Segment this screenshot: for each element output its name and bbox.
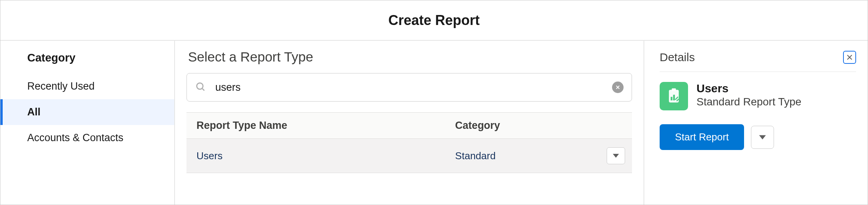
report-type-table: Report Type Name Category Users Standard <box>186 112 632 173</box>
row-actions-button[interactable] <box>607 147 625 164</box>
selected-report-text: Users Standard Report Type <box>696 82 801 108</box>
selected-report-type: Users Standard Report Type <box>660 82 856 110</box>
clear-search-icon[interactable] <box>612 82 624 93</box>
sidebar-heading: Category <box>0 52 174 73</box>
report-type-icon <box>660 82 688 110</box>
cell-report-type-name: Users <box>186 139 445 173</box>
caret-down-icon <box>758 134 767 140</box>
selected-report-name: Users <box>696 82 801 95</box>
svg-rect-10 <box>673 95 675 100</box>
search-input[interactable] <box>186 73 632 102</box>
close-details-button[interactable] <box>843 51 856 64</box>
sidebar-item-accounts-contacts[interactable]: Accounts & Contacts <box>0 125 174 151</box>
cell-category: Standard <box>445 139 597 173</box>
modal-body: Category Recently Used All Accounts & Co… <box>0 41 868 205</box>
col-category[interactable]: Category <box>445 113 597 139</box>
svg-marker-11 <box>759 135 766 139</box>
details-title: Details <box>660 51 695 64</box>
table-row[interactable]: Users Standard <box>186 139 632 173</box>
start-report-button[interactable]: Start Report <box>660 124 744 150</box>
svg-line-1 <box>202 88 204 90</box>
svg-rect-8 <box>672 88 676 91</box>
details-actions: Start Report <box>660 124 856 150</box>
search-container <box>186 73 632 102</box>
report-type-panel: Select a Report Type <box>175 41 644 205</box>
category-sidebar: Category Recently Used All Accounts & Co… <box>0 41 175 205</box>
details-header: Details <box>660 51 856 72</box>
cell-actions <box>597 139 632 173</box>
selected-report-subtitle: Standard Report Type <box>696 96 801 108</box>
modal-title: Create Report <box>388 12 480 28</box>
svg-marker-4 <box>613 154 619 158</box>
svg-point-0 <box>197 83 203 89</box>
search-icon <box>195 81 206 93</box>
panel-title: Select a Report Type <box>186 49 632 65</box>
modal-header: Create Report <box>0 0 868 41</box>
col-report-type-name[interactable]: Report Type Name <box>186 113 445 139</box>
caret-down-icon <box>612 153 620 158</box>
svg-rect-9 <box>671 97 673 100</box>
col-actions <box>597 113 632 139</box>
create-report-modal: Create Report Category Recently Used All… <box>0 0 868 205</box>
sidebar-item-all[interactable]: All <box>0 99 174 125</box>
close-icon <box>846 53 853 61</box>
details-panel: Details <box>644 41 868 205</box>
more-actions-button[interactable] <box>751 126 774 149</box>
sidebar-item-recently-used[interactable]: Recently Used <box>0 73 174 99</box>
